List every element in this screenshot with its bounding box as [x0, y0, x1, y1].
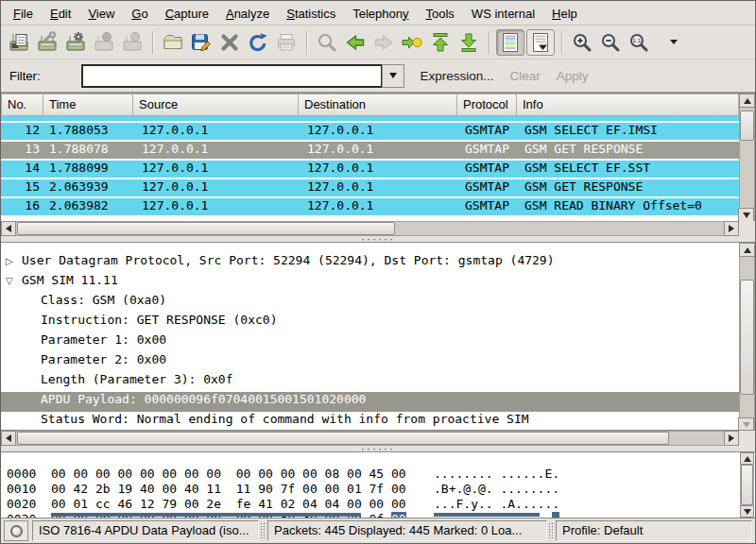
expert-info-button[interactable]	[4, 520, 28, 541]
hex-vscrollbar[interactable]	[740, 452, 754, 518]
details-vscrollbar[interactable]	[739, 243, 755, 431]
hex-row[interactable]: 002000 01 cc 46 12 79 00 2e fe 41 02 04 …	[1, 483, 755, 498]
statusbar-grip[interactable]	[260, 522, 266, 539]
menu-analyze[interactable]: Analyze	[217, 3, 278, 24]
menu-view[interactable]: View	[79, 3, 123, 24]
packet-list-vscrollbar[interactable]	[739, 94, 755, 222]
scroll-down-button[interactable]	[738, 417, 754, 431]
menu-statistics[interactable]: Statistics	[278, 3, 344, 24]
list-interfaces-button[interactable]	[5, 28, 33, 57]
arrow-up-icon	[744, 98, 751, 104]
filter-bar: Filter: Expression... Clear Apply	[1, 60, 755, 93]
packet-row[interactable]: 121.788053127.0.0.1127.0.0.1GSMTAPGSM SE…	[1, 123, 739, 142]
go-to-top-button[interactable]	[426, 28, 455, 57]
scroll-up-button[interactable]	[739, 94, 755, 108]
scrollbar-thumb[interactable]	[740, 110, 754, 141]
column-header-info[interactable]: Info	[517, 94, 739, 116]
nic-restart-icon	[121, 31, 144, 54]
packet-row[interactable]: 141.788099127.0.0.1127.0.0.1GSMTAPGSM SE…	[1, 161, 739, 179]
arrow-to-ball-icon	[401, 31, 423, 54]
scroll-down-button[interactable]	[738, 208, 754, 222]
hex-row[interactable]: 003000 00 00 00 00 00 00 00 00 00 a0 c0 …	[1, 498, 755, 513]
scroll-down-button[interactable]	[740, 505, 754, 518]
reload-button[interactable]	[244, 28, 272, 57]
scrollbar-thumb[interactable]	[741, 465, 753, 505]
expander-icon[interactable]: ▽	[1, 276, 22, 286]
zoom-original-button[interactable]: 1:1	[625, 28, 653, 57]
packet-row[interactable]: 162.063982127.0.0.1127.0.0.1GSMTAPGSM RE…	[1, 198, 739, 217]
nic-gear-icon	[64, 31, 87, 54]
arrow-left-icon	[6, 225, 11, 232]
zoom-in-button[interactable]	[568, 28, 596, 57]
detail-row[interactable]: Parameter 2: 0x00	[1, 352, 739, 372]
reload-icon	[247, 31, 269, 54]
scroll-up-button[interactable]	[739, 243, 755, 257]
scrollbar-thumb[interactable]	[740, 280, 754, 395]
detail-row[interactable]: Status Word: Normal ending of command wi…	[1, 412, 739, 431]
menu-capture[interactable]: Capture	[157, 3, 217, 24]
scrollbar-thumb[interactable]	[17, 222, 395, 235]
packet-list-header: No. Time Source Destination Protocol Inf…	[1, 94, 739, 116]
filter-dropdown-button[interactable]	[382, 64, 404, 88]
arrow-up-icon	[744, 456, 751, 462]
hex-row[interactable]: 000000 00 00 00 00 00 00 00 00 00 00 00 …	[1, 452, 755, 468]
column-header-no[interactable]: No.	[1, 94, 43, 116]
auto-scroll-toggle-button[interactable]	[526, 29, 555, 56]
go-back-button[interactable]	[341, 28, 369, 57]
detail-row[interactable]: ▽GSM SIM 11.11	[1, 273, 739, 293]
menu-edit[interactable]: Edit	[42, 3, 79, 24]
menu-telephony[interactable]: Telephony	[344, 3, 417, 24]
menu-ws-internal[interactable]: WS internal	[463, 3, 543, 24]
detail-row-selected[interactable]: APDU Payload: 000000096f0704001500150102…	[1, 392, 739, 412]
toolbar-overflow-caret[interactable]	[670, 40, 678, 44]
packet-row-partial[interactable]: 111.787851127.0.0.1127.0.0.1GSMTAPGSM GE…	[1, 116, 739, 123]
status-profile[interactable]: Profile: Default	[556, 520, 752, 541]
filter-input[interactable]	[81, 64, 382, 88]
arrow-left-icon	[344, 31, 367, 54]
close-x-icon	[218, 31, 241, 54]
menu-bar: File Edit View Go Capture Analyze Statis…	[1, 1, 755, 26]
scrollbar-thumb[interactable]	[17, 432, 669, 445]
detail-row[interactable]: Class: GSM (0xa0)	[1, 293, 739, 313]
close-file-button[interactable]	[215, 28, 244, 57]
detail-row[interactable]: Length (Parameter 3): 0x0f	[1, 372, 739, 392]
apply-button: Apply	[557, 69, 589, 83]
colorize-toggle-button[interactable]	[496, 29, 524, 56]
scroll-up-button[interactable]	[740, 452, 754, 465]
expression-button[interactable]: Expression...	[421, 69, 494, 83]
go-to-bottom-button[interactable]	[455, 28, 483, 57]
detail-row[interactable]: ▷User Datagram Protocol, Src Port: 52294…	[1, 253, 739, 273]
hex-row[interactable]: 001000 42 2b 19 40 00 40 11 11 90 7f 00 …	[1, 468, 755, 483]
detail-row-partial[interactable]: ▷Internet Protocol, Src: 127.0.0.1 (127.…	[1, 243, 739, 253]
detail-row[interactable]: Parameter 1: 0x00	[1, 332, 739, 352]
menu-go[interactable]: Go	[123, 3, 156, 24]
packet-row-selected[interactable]: 131.788078127.0.0.1127.0.0.1GSMTAPGSM GE…	[1, 142, 739, 161]
save-file-button[interactable]	[187, 28, 215, 57]
column-header-source[interactable]: Source	[133, 94, 299, 116]
expander-icon[interactable]: ▷	[1, 256, 22, 266]
scroll-right-button[interactable]	[724, 221, 739, 236]
menu-tools[interactable]: Tools	[418, 3, 463, 24]
scroll-right-button[interactable]	[724, 431, 739, 446]
folder-icon	[162, 31, 184, 54]
open-file-button[interactable]	[159, 28, 187, 57]
scroll-left-button[interactable]	[1, 431, 16, 446]
packet-list-pane: No. Time Source Destination Protocol Inf…	[1, 93, 755, 236]
find-packet-button	[313, 28, 341, 57]
menu-help[interactable]: Help	[543, 3, 586, 24]
chevron-down-icon	[389, 73, 397, 78]
column-header-destination[interactable]: Destination	[299, 94, 457, 116]
capture-start-button[interactable]	[61, 28, 90, 57]
scroll-left-button[interactable]	[1, 221, 16, 236]
detail-row[interactable]: Instruction: GET RESPONSE (0xc0)	[1, 313, 739, 332]
statusbar-grip[interactable]	[548, 522, 555, 539]
column-header-time[interactable]: Time	[43, 94, 133, 116]
colorize-icon	[501, 32, 520, 53]
zoom-out-button[interactable]	[596, 28, 625, 57]
packet-row[interactable]: 152.063939127.0.0.1127.0.0.1GSMTAPGSM GE…	[1, 179, 739, 198]
go-to-packet-button[interactable]	[398, 28, 426, 57]
column-header-protocol[interactable]: Protocol	[457, 94, 517, 116]
menu-file[interactable]: File	[5, 3, 42, 24]
capture-options-button[interactable]	[33, 28, 61, 57]
hex-row-partial-selection	[1, 513, 739, 517]
